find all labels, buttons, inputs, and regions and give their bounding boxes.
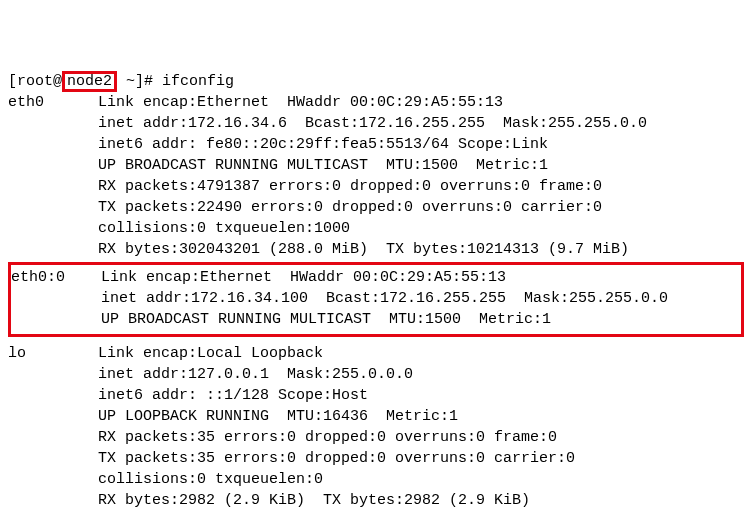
terminal-output: [root@node2 ~]# ifconfig eth0 Link encap… bbox=[8, 71, 746, 510]
command: ifconfig bbox=[162, 73, 234, 90]
iface-line: TX packets:22490 errors:0 dropped:0 over… bbox=[98, 199, 602, 216]
iface-line: inet addr:127.0.0.1 Mask:255.0.0.0 bbox=[98, 366, 413, 383]
iface-line: UP BROADCAST RUNNING MULTICAST MTU:1500 … bbox=[98, 157, 548, 174]
hostname: node2 bbox=[67, 73, 112, 90]
iface-eth0-0-highlight: eth0:0 Link encap:Ethernet HWaddr 00:0C:… bbox=[8, 262, 744, 337]
iface-line: Link encap:Ethernet HWaddr 00:0C:29:A5:5… bbox=[98, 94, 503, 111]
iface-name: eth0 bbox=[8, 94, 44, 111]
iface-line: Link encap:Local Loopback bbox=[98, 345, 323, 362]
prompt-suffix: ~]# bbox=[117, 73, 162, 90]
prompt-prefix: [root@ bbox=[8, 73, 62, 90]
iface-line: UP LOOPBACK RUNNING MTU:16436 Metric:1 bbox=[98, 408, 458, 425]
iface-line: collisions:0 txqueuelen:1000 bbox=[98, 220, 350, 237]
iface-line: inet6 addr: fe80::20c:29ff:fea5:5513/64 … bbox=[98, 136, 548, 153]
iface-line: RX packets:35 errors:0 dropped:0 overrun… bbox=[98, 429, 557, 446]
iface-line: inet addr:172.16.34.100 Bcast:172.16.255… bbox=[101, 290, 668, 307]
iface-name: eth0:0 bbox=[11, 269, 65, 286]
iface-line: RX packets:4791387 errors:0 dropped:0 ov… bbox=[98, 178, 602, 195]
iface-name: lo bbox=[8, 345, 26, 362]
iface-eth0: eth0 Link encap:Ethernet HWaddr 00:0C:29… bbox=[8, 94, 647, 258]
iface-line: TX packets:35 errors:0 dropped:0 overrun… bbox=[98, 450, 575, 467]
iface-line: inet addr:172.16.34.6 Bcast:172.16.255.2… bbox=[98, 115, 647, 132]
iface-line: RX bytes:302043201 (288.0 MiB) TX bytes:… bbox=[98, 241, 629, 258]
hostname-highlight: node2 bbox=[62, 71, 117, 92]
iface-line: inet6 addr: ::1/128 Scope:Host bbox=[98, 387, 368, 404]
iface-line: RX bytes:2982 (2.9 KiB) TX bytes:2982 (2… bbox=[98, 492, 530, 509]
iface-lo: lo Link encap:Local Loopback inet addr:1… bbox=[8, 345, 575, 509]
iface-line: collisions:0 txqueuelen:0 bbox=[98, 471, 323, 488]
iface-line: Link encap:Ethernet HWaddr 00:0C:29:A5:5… bbox=[101, 269, 506, 286]
iface-line: UP BROADCAST RUNNING MULTICAST MTU:1500 … bbox=[101, 311, 551, 328]
